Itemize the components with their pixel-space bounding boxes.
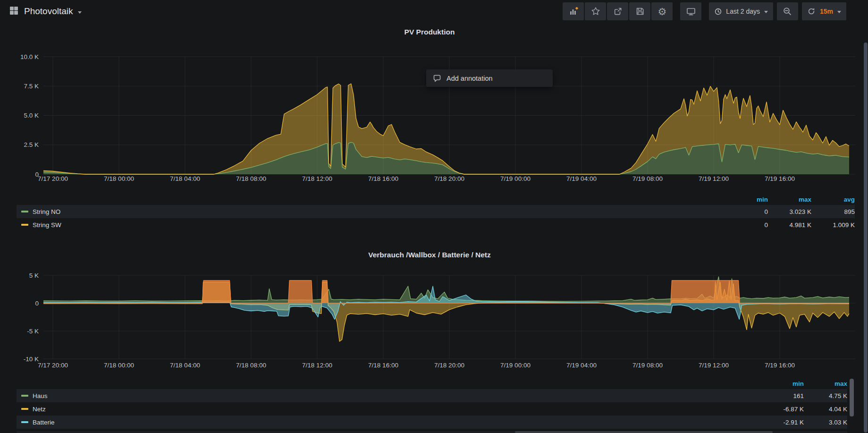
legend-series-toggle[interactable]: String SW xyxy=(21,221,725,229)
legend-series-toggle[interactable]: Netz xyxy=(21,406,760,413)
dashboard-grid-icon xyxy=(9,6,18,17)
y-axis-tick-label: 10.0 K xyxy=(20,53,39,60)
legend-value-avg: 895 xyxy=(811,208,855,215)
time-range-label: Last 2 days xyxy=(726,8,760,15)
series-group xyxy=(43,84,849,174)
horizontal-scrollbar-thumb[interactable] xyxy=(515,431,773,433)
legend-value-avg: 1.009 K xyxy=(811,221,855,229)
y-axis-tick-label: -10 K xyxy=(24,356,39,363)
save-icon xyxy=(635,7,645,16)
legend-scrollbar-thumb[interactable] xyxy=(850,379,854,416)
x-axis-tick-label: 7/18 20:00 xyxy=(434,362,464,369)
legend-column-header-max[interactable]: max xyxy=(804,380,847,387)
x-axis-tick-label: 7/19 00:00 xyxy=(500,362,531,369)
add-annotation-menu-item[interactable]: Add annotation xyxy=(426,69,553,87)
add-annotation-label: Add annotation xyxy=(447,75,493,82)
verbrauch-legend: minmaxHaus1614.75 KNetz-6.87 K4.04 KBatt… xyxy=(17,378,847,429)
x-axis-tick-label: 7/18 16:00 xyxy=(368,362,398,369)
x-axis-tick-label: 7/18 08:00 xyxy=(236,175,266,182)
legend-row: Netz-6.87 K4.04 K xyxy=(17,402,847,416)
chevron-down-icon xyxy=(78,11,82,14)
x-axis-tick-label: 7/19 16:00 xyxy=(765,362,795,369)
legend-swatch-icon xyxy=(21,408,28,410)
pv-produktion-chart[interactable]: 10.0 K7.5 K5.0 K2.5 K07/17 20:007/18 00:… xyxy=(0,42,868,189)
share-icon xyxy=(613,7,623,16)
legend-row: Batterie-2.91 K3.03 K xyxy=(17,416,847,429)
series-group xyxy=(43,277,849,341)
y-axis-tick-label: 0 xyxy=(35,300,39,307)
page-scrollbar-thumb[interactable] xyxy=(864,42,868,433)
legend-value-max: 3.023 K xyxy=(768,208,811,215)
legend-swatch-icon xyxy=(21,224,28,226)
x-axis-tick-label: 7/17 20:00 xyxy=(38,362,68,369)
zoom-out-icon xyxy=(783,7,792,16)
x-axis-tick-label: 7/17 20:00 xyxy=(38,175,68,182)
x-axis-tick-label: 7/18 20:00 xyxy=(434,175,464,182)
zoom-out-button[interactable] xyxy=(777,2,798,20)
x-axis-tick-label: 7/18 00:00 xyxy=(104,175,134,182)
legend-header-row: minmaxavg xyxy=(17,194,855,205)
chevron-down-icon xyxy=(837,11,841,13)
grafana-dashboard: Photovoltaik ⚙ Last xyxy=(0,0,868,433)
legend-series-toggle[interactable]: Haus xyxy=(21,392,760,399)
x-axis-tick-label: 7/19 08:00 xyxy=(632,175,663,182)
legend-series-name: String NO xyxy=(33,208,60,215)
cycle-view-button[interactable] xyxy=(680,2,701,20)
settings-button[interactable]: ⚙ xyxy=(651,2,673,20)
series-area-string-no xyxy=(43,142,849,174)
share-button[interactable] xyxy=(607,2,628,20)
x-axis-tick-label: 7/18 04:00 xyxy=(170,175,200,182)
navbar-actions: ⚙ Last 2 days 15m xyxy=(562,2,846,20)
refresh-button[interactable]: 15m xyxy=(802,2,846,20)
x-axis-tick-label: 7/19 16:00 xyxy=(765,175,795,182)
x-axis-tick-label: 7/18 16:00 xyxy=(368,175,398,182)
dashboard-title[interactable]: Photovoltaik xyxy=(24,6,73,17)
x-axis-tick-label: 7/19 12:00 xyxy=(699,175,729,182)
legend-value-max: 4.75 K xyxy=(804,392,847,399)
legend-row: String SW04.981 K1.009 K xyxy=(17,218,855,231)
x-axis-tick-label: 7/18 08:00 xyxy=(236,362,266,369)
x-axis-tick-label: 7/18 12:00 xyxy=(302,175,332,182)
legend-value-max: 3.03 K xyxy=(804,419,847,426)
add-panel-button[interactable] xyxy=(563,2,584,20)
legend-series-name: String SW xyxy=(33,221,61,229)
y-axis-tick-label: 7.5 K xyxy=(24,83,39,90)
star-button[interactable] xyxy=(585,2,606,20)
legend-column-header-avg[interactable]: avg xyxy=(811,196,855,203)
y-axis-tick-label: -5 K xyxy=(27,328,39,335)
legend-series-toggle[interactable]: Batterie xyxy=(21,419,760,426)
annotation-bubble-icon xyxy=(433,74,441,83)
navbar: Photovoltaik ⚙ Last xyxy=(0,0,868,23)
legend-series-toggle[interactable]: String NO xyxy=(21,208,725,215)
chevron-down-icon xyxy=(764,11,768,13)
legend-swatch-icon xyxy=(21,421,28,423)
legend-header-row: minmax xyxy=(17,378,847,389)
legend-value-min: -6.87 K xyxy=(760,406,804,413)
legend-column-header-max[interactable]: max xyxy=(768,196,811,203)
legend-value-max: 4.981 K xyxy=(768,221,811,229)
panel-title-verbrauch[interactable]: Verbrauch /Wallbox / Batterie / Netz xyxy=(0,251,859,259)
verbrauch-chart[interactable]: 5 K0-5 K-10 K7/17 20:007/18 00:007/18 04… xyxy=(0,261,868,374)
legend-series-name: Haus xyxy=(33,392,48,399)
time-picker-button[interactable]: Last 2 days xyxy=(709,2,773,20)
dashboard-picker[interactable]: Photovoltaik xyxy=(9,6,82,17)
refresh-interval-label: 15m xyxy=(820,8,833,15)
save-button[interactable] xyxy=(629,2,650,20)
star-icon xyxy=(591,7,600,16)
legend-value-min: 0 xyxy=(725,208,768,215)
x-axis-tick-label: 7/19 00:00 xyxy=(500,175,531,182)
x-axis-tick-label: 7/19 04:00 xyxy=(566,362,597,369)
horizontal-scrollbar[interactable] xyxy=(17,431,847,433)
legend-series-name: Batterie xyxy=(33,419,55,426)
y-axis-tick-label: 2.5 K xyxy=(24,141,39,148)
legend-column-header-min[interactable]: min xyxy=(760,380,804,387)
y-axis-tick-label: 5 K xyxy=(29,272,39,279)
x-axis-tick-label: 7/18 04:00 xyxy=(170,362,200,369)
x-axis-tick-label: 7/18 00:00 xyxy=(104,362,134,369)
x-axis-tick-label: 7/19 04:00 xyxy=(566,175,597,182)
clock-icon xyxy=(714,8,722,16)
legend-series-name: Netz xyxy=(33,406,46,413)
tv-icon xyxy=(686,7,696,16)
panel-title-pv-produktion[interactable]: PV Produktion xyxy=(0,28,859,36)
legend-column-header-min[interactable]: min xyxy=(725,196,768,203)
